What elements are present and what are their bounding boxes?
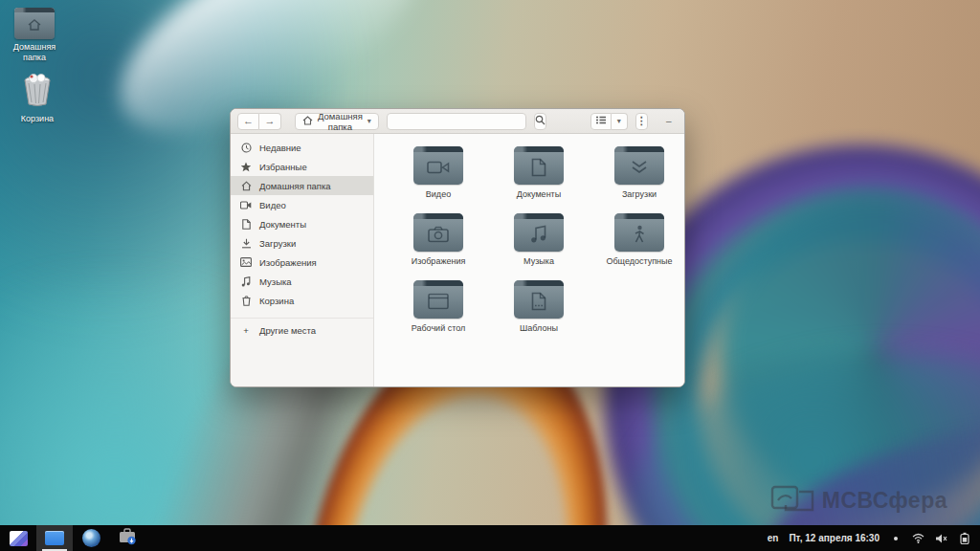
breadcrumb-label: Домашняя папка xyxy=(318,111,363,132)
keyboard-layout-indicator[interactable]: en xyxy=(768,533,779,543)
folder-label: Документы xyxy=(517,189,561,199)
folder-item-downloads[interactable]: Загрузки xyxy=(590,146,685,213)
folder-icon xyxy=(413,146,463,185)
person-emblem-icon xyxy=(633,225,646,244)
folder-label: Загрузки xyxy=(622,189,657,199)
back-button[interactable]: ← xyxy=(237,113,259,130)
sidebar-item-pictures[interactable]: Изображения xyxy=(231,253,373,272)
forward-icon: → xyxy=(265,116,276,126)
folder-item-music[interactable]: Музыка xyxy=(490,213,588,280)
chevron-down-icon: ▾ xyxy=(368,117,371,125)
folder-grid: Видео Документы Загрузки xyxy=(390,146,685,347)
list-view-icon xyxy=(596,116,606,126)
sidebar-item-downloads[interactable]: Загрузки xyxy=(231,233,373,253)
home-folder-icon xyxy=(14,8,55,39)
document-emblem-icon xyxy=(531,158,546,177)
sidebar-item-home[interactable]: Домашняя папка xyxy=(231,176,373,195)
wifi-icon[interactable] xyxy=(912,532,924,544)
star-icon xyxy=(240,161,252,172)
sidebar-item-trash[interactable]: Корзина xyxy=(231,291,373,310)
battery-icon[interactable] xyxy=(958,532,970,544)
folder-icon xyxy=(514,213,564,252)
sidebar-item-label: Документы xyxy=(259,219,306,230)
watermark-text: МСВСфера xyxy=(822,488,947,514)
folder-label: Общедоступные xyxy=(606,256,672,266)
camera-emblem-icon xyxy=(428,227,449,243)
branding-watermark: МСВСфера xyxy=(770,484,947,517)
taskbar-software-center-button[interactable] xyxy=(109,525,145,551)
sidebar-item-label: Другие места xyxy=(259,325,316,336)
sidebar-item-recent[interactable]: Недавние xyxy=(231,138,373,157)
sidebar-item-music[interactable]: Музыка xyxy=(231,272,373,291)
sidebar-item-other-locations[interactable]: + Другие места xyxy=(231,318,373,337)
folder-icon xyxy=(413,280,463,319)
notification-dot-icon[interactable] xyxy=(894,537,898,540)
folder-item-pictures[interactable]: Изображения xyxy=(390,213,487,280)
home-emblem-icon xyxy=(27,18,42,32)
view-options-button[interactable]: ▾ xyxy=(612,113,628,130)
kebab-menu-icon: ⋮ xyxy=(636,115,647,127)
search-icon xyxy=(535,115,546,127)
view-toggle: ▾ xyxy=(590,113,628,130)
home-icon xyxy=(302,116,313,127)
download-emblem-icon xyxy=(631,160,648,175)
folder-item-public[interactable]: Общедоступные xyxy=(590,213,685,280)
folder-icon xyxy=(614,146,664,185)
folder-label: Рабочий стол xyxy=(412,323,466,333)
plus-icon: + xyxy=(240,324,252,336)
video-emblem-icon xyxy=(427,160,450,175)
minimize-button[interactable]: – xyxy=(661,114,677,129)
sidebar-item-label: Избранные xyxy=(259,162,307,172)
wallpaper-inner-swirl xyxy=(718,191,980,507)
folder-item-templates[interactable]: Шаблоны xyxy=(490,280,588,347)
start-menu-icon xyxy=(10,531,28,546)
folder-item-videos[interactable]: Видео xyxy=(390,146,487,213)
search-button[interactable] xyxy=(534,113,546,130)
folder-icon xyxy=(413,213,463,252)
volume-muted-icon[interactable] xyxy=(935,532,947,544)
folder-icon xyxy=(514,280,564,319)
folder-label: Видео xyxy=(426,189,451,199)
trash-icon xyxy=(20,73,55,111)
sidebar-item-starred[interactable]: Избранные xyxy=(231,157,373,176)
nav-buttons: ← → xyxy=(237,113,281,130)
desktop-icon-label: Домашняя папка xyxy=(5,42,64,63)
taskbar-tray: en Пт, 12 апреля 16:30 xyxy=(768,532,980,544)
sidebar-item-label: Музыка xyxy=(259,276,292,287)
chevron-down-icon: ▾ xyxy=(617,117,621,125)
breadcrumb[interactable]: Домашняя папка ▾ xyxy=(295,113,379,130)
taskbar-apps xyxy=(0,525,145,551)
software-center-icon xyxy=(118,527,137,549)
taskbar-browser-button[interactable] xyxy=(73,525,109,551)
desktop-icon-trash[interactable]: Корзина xyxy=(6,73,69,124)
sidebar-item-documents[interactable]: Документы xyxy=(231,214,373,233)
music-note-icon xyxy=(240,276,252,287)
desktop-icon-home-folder[interactable]: Домашняя папка xyxy=(3,8,66,63)
menu-button[interactable]: ⋮ xyxy=(635,113,648,130)
titlebar[interactable]: ← → Домашняя папка ▾ xyxy=(231,109,684,134)
file-manager-icon xyxy=(45,531,64,545)
download-icon xyxy=(240,237,252,249)
clock[interactable]: Пт, 12 апреля 16:30 xyxy=(789,533,880,543)
sidebar-item-label: Домашняя папка xyxy=(259,181,331,191)
folder-item-desktop[interactable]: Рабочий стол xyxy=(390,280,487,347)
template-emblem-icon xyxy=(531,292,546,311)
forward-button[interactable]: → xyxy=(259,113,281,130)
back-icon: ← xyxy=(243,116,254,126)
taskbar-file-manager-button[interactable] xyxy=(36,525,73,551)
start-menu-button[interactable] xyxy=(0,525,36,551)
folder-label: Изображения xyxy=(412,256,466,266)
window-body: Недавние Избранные Домашняя папка xyxy=(231,134,684,386)
document-icon xyxy=(240,218,252,230)
clock-icon xyxy=(240,142,252,153)
location-input[interactable] xyxy=(387,113,526,130)
image-icon xyxy=(240,256,252,268)
sidebar-item-label: Недавние xyxy=(259,143,301,153)
desktop-emblem-icon xyxy=(428,294,449,310)
list-view-button[interactable] xyxy=(590,113,612,130)
sidebar-item-label: Корзина xyxy=(259,296,294,306)
sidebar-item-label: Изображения xyxy=(259,257,317,268)
folder-item-documents[interactable]: Документы xyxy=(490,146,588,213)
sidebar-item-videos[interactable]: Видео xyxy=(231,195,373,214)
browser-icon xyxy=(82,529,100,547)
